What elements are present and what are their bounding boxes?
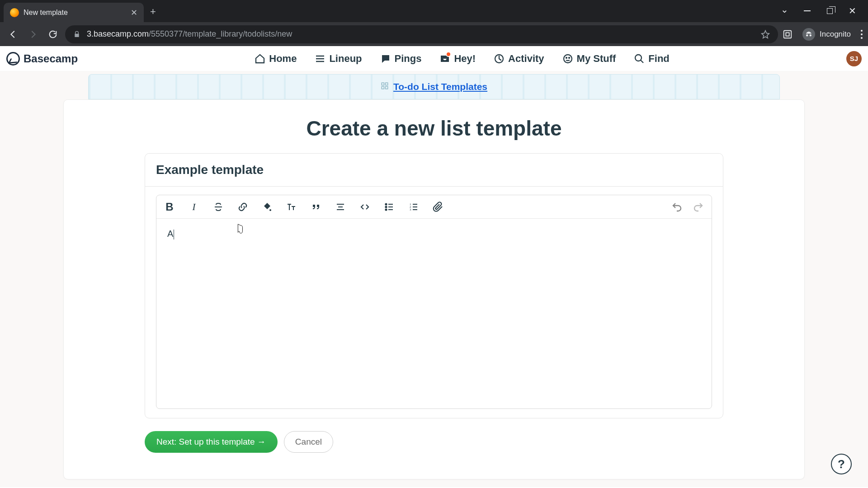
minimize-window-icon[interactable] [802, 6, 812, 16]
incognito-icon [802, 28, 815, 41]
color-button[interactable] [260, 200, 274, 214]
nav-pings[interactable]: Pings [380, 53, 422, 65]
breadcrumb-link[interactable]: To-do List Templates [393, 81, 487, 92]
strikethrough-button[interactable] [212, 200, 225, 214]
cancel-button[interactable]: Cancel [284, 431, 333, 453]
svg-point-14 [386, 209, 387, 210]
browser-address-bar: 3.basecamp.com/5550377/template_library/… [0, 22, 868, 46]
svg-rect-0 [784, 30, 792, 38]
svg-point-4 [566, 57, 567, 58]
heading-button[interactable] [285, 200, 298, 214]
svg-point-6 [635, 55, 642, 61]
close-window-icon[interactable]: ✕ [847, 6, 857, 16]
template-form: B I [145, 153, 723, 418]
editor-box: B I [156, 195, 712, 409]
svg-rect-9 [382, 87, 384, 89]
code-button[interactable] [358, 200, 372, 214]
redo-button[interactable] [692, 200, 705, 214]
extensions-icon[interactable] [783, 29, 793, 39]
nav-mystuff[interactable]: My Stuff [562, 53, 616, 65]
quote-button[interactable] [309, 200, 323, 214]
logo-text: Basecamp [24, 52, 78, 65]
numbered-list-button[interactable]: 123 [407, 200, 420, 214]
basecamp-logo-mark-icon [6, 52, 20, 66]
close-tab-icon[interactable]: ✕ [131, 8, 137, 18]
new-tab-button[interactable]: + [150, 6, 156, 18]
svg-text:3: 3 [410, 208, 411, 211]
activity-icon [494, 53, 505, 64]
nav-lineup[interactable]: Lineup [315, 53, 362, 65]
svg-point-12 [386, 203, 387, 205]
svg-point-13 [386, 206, 387, 207]
nav-home-label: Home [269, 53, 297, 65]
bullet-list-button[interactable] [382, 200, 396, 214]
editor-text: A [167, 229, 173, 239]
bold-button[interactable]: B [163, 200, 176, 214]
mystuff-icon [562, 53, 573, 64]
home-icon [255, 53, 265, 64]
maximize-window-icon[interactable] [825, 6, 835, 16]
window-controls: ⌄ ✕ [779, 6, 868, 22]
reload-button[interactable] [45, 27, 61, 42]
main-card: Create a new list template B I [63, 99, 805, 479]
help-fab[interactable]: ? [831, 454, 852, 474]
nav-pings-label: Pings [395, 53, 422, 65]
grid-icon [381, 82, 389, 92]
link-button[interactable] [236, 200, 250, 214]
incognito-badge[interactable]: Incognito [802, 28, 851, 41]
nav-activity-label: Activity [508, 53, 544, 65]
italic-button[interactable]: I [187, 200, 201, 214]
svg-point-3 [564, 55, 572, 63]
attachment-button[interactable] [431, 200, 445, 214]
browser-tab[interactable]: New template ✕ [4, 3, 144, 22]
avatar-initials: SJ [850, 55, 858, 62]
nav-home[interactable]: Home [255, 53, 297, 65]
user-avatar[interactable]: SJ [846, 51, 862, 66]
page-title: Create a new list template [307, 116, 562, 141]
text-caret [174, 230, 174, 239]
lock-icon [73, 31, 80, 38]
next-button[interactable]: Next: Set up this template → [145, 431, 278, 453]
notification-dot-icon [446, 52, 451, 57]
basecamp-favicon [10, 8, 19, 17]
app-nav: Basecamp Home Lineup Pings Hey! Activity… [0, 46, 868, 71]
incognito-label: Incognito [820, 30, 851, 39]
tab-search-icon[interactable]: ⌄ [779, 5, 789, 14]
browser-tab-strip: New template ✕ + ⌄ ✕ [0, 0, 868, 22]
svg-rect-1 [786, 33, 789, 36]
nav-find-label: Find [648, 53, 669, 65]
svg-rect-10 [385, 87, 387, 89]
editor-toolbar: B I [156, 195, 712, 219]
svg-rect-7 [382, 83, 384, 85]
nav-hey[interactable]: Hey! [439, 53, 476, 65]
template-name-input[interactable] [145, 154, 723, 187]
form-actions: Next: Set up this template → Cancel [145, 431, 723, 453]
back-button[interactable] [5, 27, 21, 42]
url-field[interactable]: 3.basecamp.com/5550377/template_library/… [65, 25, 778, 43]
star-icon[interactable] [761, 30, 770, 39]
align-center-button[interactable] [334, 200, 347, 214]
svg-point-11 [269, 209, 271, 211]
undo-redo-group [670, 200, 705, 214]
browser-menu-icon[interactable] [861, 30, 863, 39]
nav-find[interactable]: Find [634, 53, 669, 65]
nav-hey-label: Hey! [454, 53, 476, 65]
svg-rect-8 [385, 83, 387, 85]
undo-button[interactable] [670, 200, 684, 214]
help-icon: ? [838, 457, 845, 471]
breadcrumb-bar: To-do List Templates [88, 74, 780, 99]
nav-mystuff-label: My Stuff [577, 53, 616, 65]
svg-point-5 [569, 57, 570, 58]
basecamp-logo[interactable]: Basecamp [6, 52, 78, 66]
url-text: 3.basecamp.com/5550377/template_library/… [87, 29, 292, 39]
lineup-icon [315, 53, 326, 64]
tab-title: New template [24, 9, 68, 17]
nav-lineup-label: Lineup [329, 53, 362, 65]
pings-icon [380, 53, 391, 64]
page-body: To-do List Templates Create a new list t… [0, 71, 868, 487]
forward-button[interactable] [25, 27, 41, 42]
editor-wrap: B I [145, 187, 723, 418]
search-icon [634, 53, 645, 64]
nav-activity[interactable]: Activity [494, 53, 544, 65]
editor-content[interactable]: A [156, 219, 712, 408]
